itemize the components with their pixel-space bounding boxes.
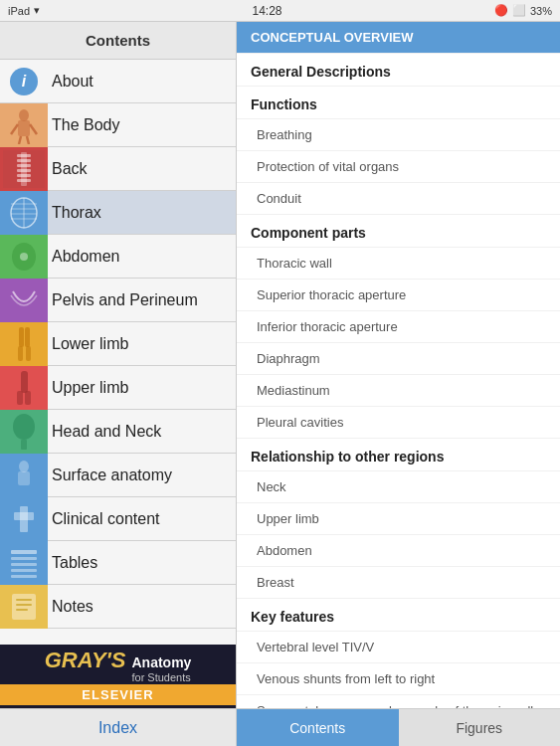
sidebar-item-notes[interactable]: Notes bbox=[0, 585, 236, 629]
content-item-vertebral[interactable]: Vertebral level TIV/V bbox=[237, 632, 560, 663]
sidebar-thumb-head bbox=[0, 410, 48, 454]
sidebar-item-surface[interactable]: Surface anatomy bbox=[0, 454, 236, 497]
sidebar-item-lower-limb[interactable]: Lower limb bbox=[0, 322, 236, 366]
sidebar-label-head-neck: Head and Neck bbox=[48, 423, 161, 441]
lower-thumb-icon bbox=[3, 325, 45, 363]
sidebar-thumb-about: i bbox=[0, 60, 48, 103]
svg-point-1 bbox=[19, 109, 29, 121]
content-item-thoracic-wall[interactable]: Thoracic wall bbox=[237, 248, 560, 280]
content-scroll: CONCEPTUAL OVERVIEW General Descriptions… bbox=[237, 22, 560, 708]
svg-rect-37 bbox=[21, 440, 27, 450]
svg-rect-33 bbox=[17, 391, 23, 405]
svg-rect-47 bbox=[11, 563, 37, 566]
svg-rect-11 bbox=[17, 164, 31, 167]
svg-point-36 bbox=[13, 414, 35, 440]
sidebar-item-about[interactable]: i About bbox=[0, 60, 236, 103]
sidebar-item-head-neck[interactable]: Head and Neck bbox=[0, 410, 236, 454]
notes-thumb-icon bbox=[3, 588, 45, 626]
svg-rect-54 bbox=[16, 609, 28, 611]
tables-thumb-icon bbox=[3, 544, 45, 582]
sidebar-label-upper-limb: Upper limb bbox=[48, 379, 128, 397]
main-container: Contents i About bbox=[0, 22, 560, 746]
svg-rect-51 bbox=[12, 594, 36, 620]
content-item-mediastinum[interactable]: Mediastinum bbox=[237, 375, 560, 407]
svg-rect-13 bbox=[17, 174, 31, 177]
content-panel: CONCEPTUAL OVERVIEW General Descriptions… bbox=[237, 22, 560, 746]
content-item-breathing[interactable]: Breathing bbox=[237, 119, 560, 151]
content-item-neck[interactable]: Neck bbox=[237, 471, 560, 503]
wifi-icon: ▾ bbox=[34, 4, 40, 17]
sidebar-thumb-tables bbox=[0, 541, 48, 585]
content-item-abdomen-rel[interactable]: Abdomen bbox=[237, 535, 560, 567]
content-item-conceptual-overview[interactable]: CONCEPTUAL OVERVIEW bbox=[237, 22, 560, 54]
svg-rect-53 bbox=[16, 604, 32, 606]
logo-anatomy: Anatomy bbox=[131, 654, 191, 671]
svg-rect-52 bbox=[16, 599, 32, 601]
logo-for-students: for Students bbox=[131, 671, 191, 684]
battery-level: 33% bbox=[530, 5, 552, 17]
sidebar-header: Contents bbox=[0, 22, 236, 60]
content-item-upper-limb-rel[interactable]: Upper limb bbox=[237, 503, 560, 535]
sidebar-thumb-surface bbox=[0, 454, 48, 497]
content-item-breast[interactable]: Breast bbox=[237, 567, 560, 599]
svg-rect-45 bbox=[11, 550, 37, 554]
body-thumb-icon bbox=[3, 106, 45, 144]
sidebar-item-pelvis[interactable]: Pelvis and Perineum bbox=[0, 279, 236, 322]
sidebar-item-clinical[interactable]: Clinical content bbox=[0, 497, 236, 541]
svg-rect-48 bbox=[11, 569, 37, 572]
sidebar-label-thorax: Thorax bbox=[48, 204, 101, 222]
svg-rect-10 bbox=[17, 159, 31, 162]
sidebar-thumb-abdomen bbox=[0, 235, 48, 279]
tab-figures[interactable]: Figures bbox=[399, 709, 561, 746]
sidebar-label-abdomen: Abdomen bbox=[48, 248, 120, 266]
logo-elsevier: ELSEVIER bbox=[0, 684, 236, 705]
content-item-general-desc[interactable]: General Descriptions bbox=[237, 54, 560, 87]
sidebar-thumb-body bbox=[0, 103, 48, 147]
pelvis-thumb-icon bbox=[3, 281, 45, 319]
content-item-venous-shunts[interactable]: Venous shunts from left to right bbox=[237, 663, 560, 695]
content-item-relationship[interactable]: Relationship to other regions bbox=[237, 439, 560, 471]
content-item-conduit[interactable]: Conduit bbox=[237, 183, 560, 215]
svg-rect-28 bbox=[25, 327, 30, 347]
content-item-segmental[interactable]: Segmental neurovascular supply of thorac… bbox=[237, 695, 560, 708]
content-item-functions[interactable]: Functions bbox=[237, 87, 560, 119]
sidebar-thumb-notes bbox=[0, 585, 48, 629]
status-left: iPad ▾ bbox=[8, 4, 40, 17]
content-item-diaphragm[interactable]: Diaphragm bbox=[237, 343, 560, 375]
abdomen-thumb-icon bbox=[3, 238, 45, 276]
status-bar: iPad ▾ 14:28 🔴 ⬜ 33% bbox=[0, 0, 560, 22]
sidebar-item-back[interactable]: Back bbox=[0, 147, 236, 191]
content-item-superior-thoracic[interactable]: Superior thoracic aperture bbox=[237, 280, 560, 311]
svg-point-24 bbox=[20, 253, 28, 261]
content-item-inferior-thoracic[interactable]: Inferior thoracic aperture bbox=[237, 311, 560, 343]
sidebar-label-pelvis: Pelvis and Perineum bbox=[48, 291, 198, 309]
svg-rect-29 bbox=[18, 346, 23, 361]
svg-rect-49 bbox=[11, 575, 37, 578]
head-thumb-icon bbox=[3, 413, 45, 451]
sidebar-thumb-upper bbox=[0, 366, 48, 410]
svg-rect-12 bbox=[17, 169, 31, 172]
surface-thumb-icon bbox=[3, 457, 45, 494]
back-thumb-icon bbox=[3, 150, 45, 188]
status-right: 🔴 ⬜ 33% bbox=[494, 4, 552, 17]
content-item-protection[interactable]: Protection of vital organs bbox=[237, 151, 560, 183]
battery-icon: ⬜ bbox=[512, 4, 526, 17]
content-item-pleural-cavities[interactable]: Pleural cavities bbox=[237, 407, 560, 439]
sidebar-item-the-body[interactable]: The Body bbox=[0, 103, 236, 147]
sidebar-thumb-thorax bbox=[0, 191, 48, 235]
sidebar-item-tables[interactable]: Tables bbox=[0, 541, 236, 585]
sidebar-item-abdomen[interactable]: Abdomen bbox=[0, 235, 236, 279]
svg-rect-40 bbox=[18, 471, 30, 485]
sidebar-label-body: The Body bbox=[48, 116, 119, 134]
sidebar-thumb-clinical bbox=[0, 497, 48, 541]
clinical-thumb-icon bbox=[3, 500, 45, 538]
sidebar-bottom-nav: Index bbox=[0, 708, 236, 746]
sidebar-item-upper-limb[interactable]: Upper limb bbox=[0, 366, 236, 410]
tab-contents[interactable]: Contents bbox=[237, 709, 399, 746]
sidebar-item-thorax[interactable]: Thorax bbox=[0, 191, 236, 235]
content-item-key-features[interactable]: Key features bbox=[237, 599, 560, 632]
svg-rect-27 bbox=[19, 327, 24, 347]
thorax-thumb-icon bbox=[3, 194, 45, 232]
index-button[interactable]: Index bbox=[98, 719, 137, 737]
content-item-component-parts[interactable]: Component parts bbox=[237, 215, 560, 248]
